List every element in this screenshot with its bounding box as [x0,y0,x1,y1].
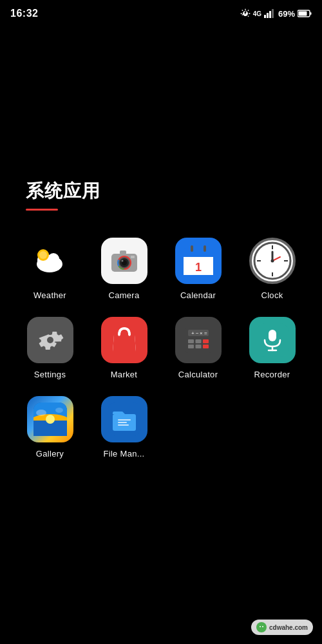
clock-label: Clock [261,290,283,300]
clock-icon-container [249,238,296,284]
status-time: 16:32 [10,8,38,19]
svg-rect-2 [269,11,271,18]
svg-rect-64 [118,422,127,423]
svg-rect-5 [299,12,307,16]
svg-point-11 [39,251,47,259]
section-title-area: 系统应用 [0,24,322,211]
battery-text: 69% [278,9,295,19]
svg-rect-3 [272,9,274,18]
svg-rect-45 [195,345,201,348]
weather-icon [30,241,70,281]
gallery-icon [33,402,67,436]
camera-icon [108,245,140,277]
weather-label: Weather [33,290,66,300]
frog-icon [258,624,265,630]
app-item-clock[interactable]: Clock [235,230,309,309]
svg-rect-18 [131,256,135,258]
svg-rect-42 [195,339,201,343]
status-bar: 16:32 4G 69% [0,0,322,24]
app-item-recorder[interactable]: Recorder [235,309,309,388]
watermark: cdwahe.com [251,620,313,635]
svg-rect-28 [204,245,206,252]
clock-icon [252,240,293,281]
filemanager-icon [108,402,141,436]
calendar-icon-container: 1 [175,238,222,284]
gallery-label: Gallery [36,449,64,459]
calculator-label: Calculator [178,370,218,379]
calendar-label: Calendar [180,290,216,300]
svg-text:×  =: × = [200,330,207,336]
status-icons: 4G 69% [240,8,312,19]
svg-rect-43 [203,339,209,343]
market-icon [108,323,141,357]
calculator-icon: + − × = [182,323,215,357]
app-item-calculator[interactable]: + − × = Calculator [161,309,235,388]
svg-point-60 [55,408,63,413]
app-item-camera[interactable]: Camera [87,230,161,309]
svg-rect-50 [269,330,276,341]
svg-point-67 [260,626,261,627]
svg-text:+  −: + − [191,330,199,336]
svg-rect-65 [118,424,129,426]
signal-icon: 4G [253,10,261,17]
filemanager-label: File Man... [104,449,145,459]
app-item-settings[interactable]: Settings [13,309,87,388]
calculator-icon-container: + − × = [175,317,222,363]
recorder-icon-container [249,317,296,363]
app-item-gallery[interactable]: Gallery [13,388,87,468]
svg-rect-17 [120,251,126,254]
market-label: Market [111,370,138,379]
gallery-icon-container [27,396,73,442]
camera-label: Camera [108,290,139,300]
calendar-icon: 1 [180,243,216,279]
svg-rect-24 [184,253,213,257]
svg-point-58 [46,415,55,424]
alarm-icon [240,8,251,19]
svg-rect-41 [188,339,194,343]
app-item-market[interactable]: Market [87,309,161,388]
settings-icon [35,325,66,355]
filemanager-icon-container [101,396,147,442]
section-title: 系统应用 [26,179,296,204]
settings-label: Settings [34,370,66,379]
recorder-label: Recorder [254,370,290,379]
svg-rect-27 [191,245,193,252]
svg-point-68 [262,626,263,627]
watermark-text: cdwahe.com [269,624,308,631]
svg-rect-46 [203,345,209,348]
app-item-weather[interactable]: Weather [13,230,87,309]
app-item-calendar[interactable]: 1 Calendar [161,230,235,309]
watermark-dot [256,622,267,632]
svg-rect-6 [310,12,312,15]
svg-point-38 [47,337,53,343]
weather-icon-container [27,238,73,284]
svg-rect-26 [184,257,213,260]
svg-rect-63 [118,419,131,421]
battery-icon [298,10,312,17]
app-item-filemanager[interactable]: File Man... [87,388,161,468]
camera-icon-container [101,238,147,284]
svg-rect-0 [264,15,266,18]
svg-point-37 [270,260,274,263]
svg-text:1: 1 [194,261,201,274]
svg-point-59 [36,410,46,416]
recorder-icon [256,323,289,357]
svg-point-9 [48,253,59,265]
svg-point-66 [259,625,264,630]
market-icon-container [101,317,147,363]
signal-bars-icon [264,9,276,18]
svg-rect-1 [267,13,269,18]
app-grid: Weather Camera [0,211,322,474]
settings-icon-container [27,317,73,363]
svg-rect-44 [188,345,194,348]
svg-point-16 [121,260,123,262]
